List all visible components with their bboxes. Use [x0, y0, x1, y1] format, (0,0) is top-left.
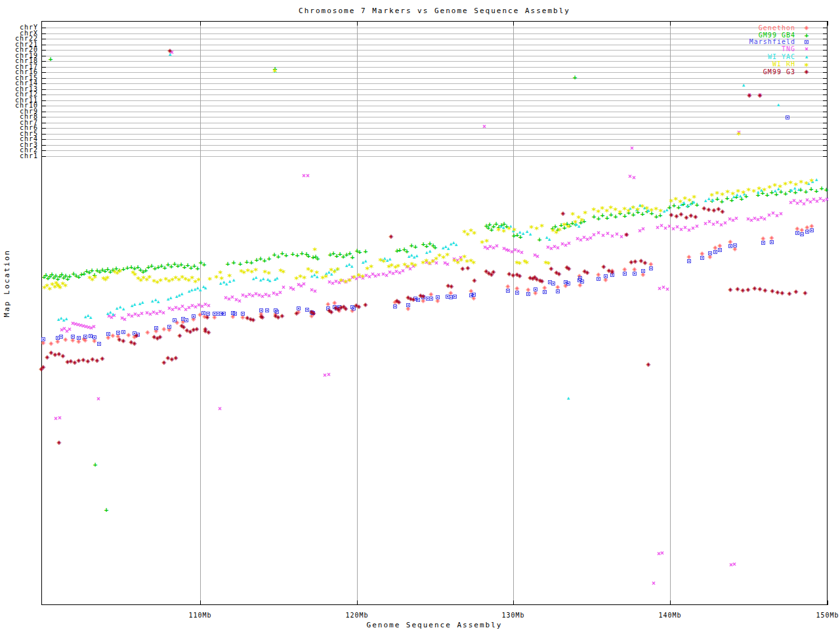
axis-tick [823, 117, 828, 117]
axis-tick [41, 67, 46, 68]
axis-tick [41, 39, 46, 39]
chart-canvas: Chromosome 7 Markers vs Genome Sequence … [0, 0, 840, 630]
axis-tick [513, 600, 514, 605]
axis-tick [41, 145, 46, 146]
axis-tick [41, 128, 46, 129]
axis-tick [41, 134, 46, 135]
x-axis-label: Genome Sequence Assembly [41, 621, 828, 629]
axis-tick [823, 39, 828, 39]
axis-tick [41, 106, 46, 106]
chromosome-gridline [42, 145, 827, 146]
axis-tick [823, 112, 828, 112]
axis-tick [41, 78, 46, 79]
axis-tick [828, 600, 828, 605]
legend-entry-wiyac: WI YAC [684, 54, 795, 60]
axis-tick [670, 21, 671, 26]
axis-tick [41, 100, 46, 101]
axis-tick [823, 94, 828, 95]
axis-tick [41, 28, 46, 28]
axis-tick [41, 72, 46, 73]
chromosome-gridline [42, 83, 827, 84]
chromosome-gridline [42, 78, 827, 79]
axis-tick [823, 89, 828, 90]
x-tick-label: 150Mb [808, 612, 840, 619]
axis-tick [41, 83, 46, 84]
chromosome-gridline [42, 156, 827, 157]
x-tick-label: 140Mb [650, 612, 690, 619]
legend-entry-genethon: Genethon [684, 25, 795, 32]
axis-tick [41, 117, 46, 117]
chromosome-gridline [42, 100, 827, 101]
axis-tick [823, 128, 828, 129]
axis-tick [823, 61, 828, 62]
axis-tick [41, 61, 46, 62]
axis-tick [823, 134, 828, 135]
chromosome-gridline [42, 112, 827, 112]
legend-entry-tng: TNG [684, 46, 795, 52]
axis-tick [41, 56, 46, 56]
x-tick-label: 130Mb [494, 612, 533, 619]
y-tick-label: chr1 [4, 153, 38, 159]
axis-tick [357, 21, 358, 26]
x-gridline [513, 22, 514, 604]
axis-tick [823, 123, 828, 123]
plot-border [41, 21, 828, 605]
axis-tick [513, 21, 514, 26]
axis-tick [200, 21, 201, 26]
axis-tick [670, 600, 671, 605]
axis-tick [823, 28, 828, 28]
axis-tick [823, 33, 828, 34]
axis-tick [823, 45, 828, 45]
axis-tick [823, 72, 828, 73]
chromosome-gridline [42, 139, 827, 140]
axis-tick [41, 45, 46, 45]
axis-tick [823, 50, 828, 51]
axis-tick [41, 94, 46, 95]
axis-tick [823, 150, 828, 151]
axis-tick [823, 56, 828, 56]
axis-tick [357, 600, 358, 605]
legend-entry-wirh: WI RH [684, 61, 795, 68]
axis-tick [823, 78, 828, 79]
chromosome-gridline [42, 123, 827, 123]
chromosome-gridline [42, 150, 827, 151]
axis-tick [41, 89, 46, 90]
axis-tick [823, 145, 828, 146]
x-tick-label: 120Mb [337, 612, 377, 619]
x-gridline [200, 22, 201, 604]
axis-tick [41, 33, 46, 34]
x-gridline [357, 22, 358, 604]
legend-entry-gm99g3: GM99 G3 [684, 69, 795, 75]
axis-tick [823, 106, 828, 106]
axis-tick [41, 50, 46, 51]
x-tick-label: 110Mb [180, 612, 220, 619]
chromosome-gridline [42, 128, 827, 129]
x-gridline [670, 22, 671, 604]
y-axis-label: Map Location [3, 249, 11, 317]
axis-tick [823, 100, 828, 101]
axis-tick [41, 112, 46, 112]
axis-tick [41, 150, 46, 151]
chromosome-gridline [42, 117, 827, 117]
legend-entry-marshfield: Marshfield [684, 39, 795, 45]
axis-tick [200, 600, 201, 605]
axis-tick [823, 139, 828, 140]
chromosome-gridline [42, 89, 827, 90]
axis-tick [823, 67, 828, 68]
chromosome-gridline [42, 94, 827, 95]
chromosome-gridline [42, 106, 827, 106]
axis-tick [41, 123, 46, 123]
chromosome-gridline [42, 134, 827, 135]
axis-tick [41, 156, 46, 157]
axis-tick [823, 156, 828, 157]
axis-tick [41, 139, 46, 140]
axis-tick [823, 83, 828, 84]
axis-tick [828, 21, 828, 26]
chart-title: Chromosome 7 Markers vs Genome Sequence … [41, 7, 828, 15]
